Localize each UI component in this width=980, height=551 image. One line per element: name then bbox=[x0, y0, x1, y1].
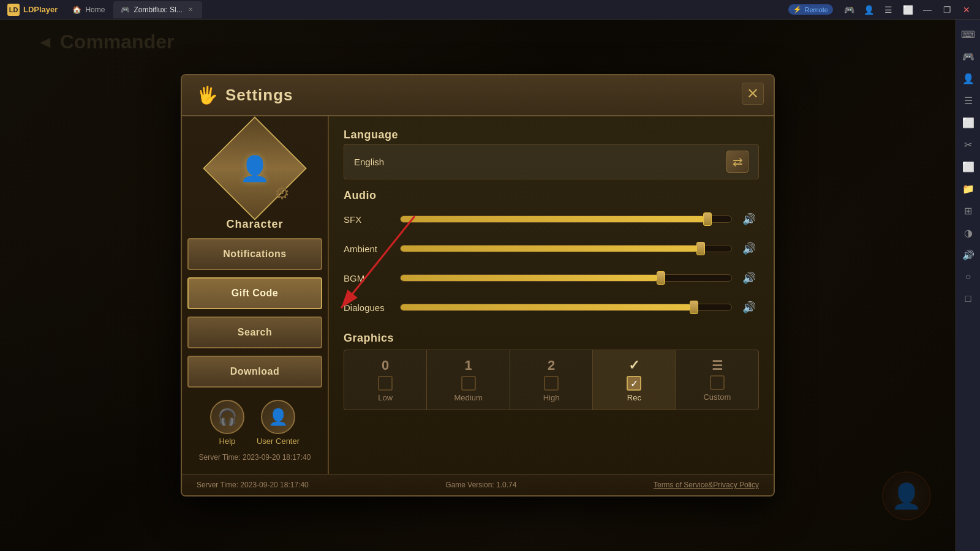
sidebar-shake-btn[interactable]: ◑ bbox=[959, 223, 978, 242]
sidebar-screenshot-btn[interactable]: ✂ bbox=[959, 135, 978, 154]
tab-home[interactable]: 🏠 Home bbox=[65, 1, 112, 18]
dialogues-label: Dialogues bbox=[344, 302, 393, 313]
character-avatar: 👤 ⚙ bbox=[215, 129, 295, 208]
nav-notifications-button[interactable]: Notifications bbox=[187, 238, 322, 270]
audio-section: Audio SFX 🔊 Ambi bbox=[344, 189, 759, 322]
dialogues-slider-thumb[interactable] bbox=[690, 301, 698, 314]
topbar: LD LDPlayer 🏠 Home 🎮 Zombiflux: Sl... ✕ … bbox=[0, 0, 980, 20]
quality-high-num: 2 bbox=[548, 358, 555, 373]
dialog-title: Settings bbox=[225, 86, 293, 105]
language-toggle-button[interactable]: ⇄ bbox=[726, 151, 748, 173]
bgm-slider-track bbox=[400, 274, 732, 282]
sidebar-circle-btn[interactable]: ○ bbox=[959, 267, 978, 287]
sfx-slider-row: SFX 🔊 bbox=[344, 204, 759, 234]
quality-custom-label: Custom bbox=[703, 392, 731, 402]
quality-low[interactable]: 0 Low bbox=[344, 350, 427, 410]
settings-dialog: 🖐 Settings ✕ 👤 ⚙ Character Notific bbox=[181, 74, 775, 497]
windowed-btn[interactable]: ⬜ bbox=[899, 2, 916, 17]
dialog-header: 🖐 Settings ✕ bbox=[182, 75, 774, 116]
bgm-slider-track-container[interactable] bbox=[400, 272, 732, 284]
language-section: Language English ⇄ bbox=[344, 129, 759, 179]
quality-high-check bbox=[544, 376, 559, 391]
bgm-slider-fill bbox=[401, 275, 658, 281]
dialog-body: 👤 ⚙ Character Notifications Gift Code Se… bbox=[182, 116, 774, 474]
dialog-close-button[interactable]: ✕ bbox=[742, 83, 764, 105]
dialogues-slider-track-container[interactable] bbox=[400, 301, 732, 313]
controller-btn[interactable]: 🎮 bbox=[840, 2, 858, 17]
quality-medium-label: Medium bbox=[454, 393, 482, 402]
dialogues-slider-row: Dialogues 🔊 bbox=[344, 293, 759, 322]
quality-rec[interactable]: ✓ ✓ Rec bbox=[593, 350, 676, 410]
user-center-button[interactable]: 👤 User Center bbox=[257, 400, 300, 446]
dialogues-slider-track bbox=[400, 304, 732, 311]
quality-medium[interactable]: 1 Medium bbox=[427, 350, 510, 410]
sidebar-volume-btn[interactable]: 🔊 bbox=[959, 245, 978, 264]
quality-low-label: Low bbox=[378, 393, 393, 402]
ambient-slider-thumb[interactable] bbox=[696, 242, 705, 255]
sidebar-user-btn[interactable]: 👤 bbox=[959, 69, 978, 88]
sfx-slider-thumb[interactable] bbox=[703, 212, 712, 226]
dialogues-slider-fill bbox=[401, 304, 692, 310]
remote-badge[interactable]: ⚡ Remote bbox=[788, 4, 833, 15]
server-time-footer: Server Time: 2023-09-20 18:17:40 bbox=[197, 481, 309, 489]
sidebar-menu-btn[interactable]: ☰ bbox=[959, 91, 978, 110]
quality-high[interactable]: 2 High bbox=[510, 350, 593, 410]
sfx-slider-track-container[interactable] bbox=[400, 213, 732, 225]
sidebar-window-btn[interactable]: ⬜ bbox=[959, 113, 978, 132]
terms-link[interactable]: Terms of Service&Privacy Policy bbox=[654, 481, 759, 489]
avatar-figure: 👤 bbox=[233, 147, 276, 190]
dialogues-mute-button[interactable]: 🔊 bbox=[739, 298, 759, 317]
sidebar-record-btn[interactable]: ⬜ bbox=[959, 157, 978, 176]
sfx-mute-button[interactable]: 🔊 bbox=[739, 209, 759, 229]
right-sidebar: ⌨ 🎮 👤 ☰ ⬜ ✂ ⬜ 📁 ⊞ ◑ 🔊 ○ □ bbox=[956, 20, 980, 551]
home-icon: 🏠 bbox=[72, 6, 81, 14]
quality-low-check bbox=[378, 376, 393, 391]
graphics-title: Graphics bbox=[344, 332, 759, 345]
menu-btn[interactable]: ☰ bbox=[880, 2, 897, 17]
tab-game[interactable]: 🎮 Zombiflux: Sl... ✕ bbox=[113, 1, 202, 18]
sidebar-keyboard-btn[interactable]: ⌨ bbox=[959, 24, 978, 44]
quality-custom-check bbox=[710, 375, 725, 390]
nav-search-button[interactable]: Search bbox=[187, 317, 322, 348]
user-btn[interactable]: 👤 bbox=[860, 2, 877, 17]
quality-rec-check: ✓ bbox=[627, 376, 641, 391]
quality-custom[interactable]: ☰ Custom bbox=[676, 351, 758, 409]
help-button[interactable]: 🎧 Help bbox=[210, 400, 244, 446]
user-center-icon-circle: 👤 bbox=[261, 400, 295, 434]
graphics-quality-row: 0 Low 1 Medium 2 High bbox=[344, 350, 759, 410]
settings-header-icon: 🖐 bbox=[197, 85, 218, 105]
ld-logo-icon: LD bbox=[7, 4, 20, 16]
dialog-footer: Server Time: 2023-09-20 18:17:40 Game Ve… bbox=[182, 474, 774, 495]
quality-rec-label: Rec bbox=[627, 393, 641, 402]
quality-medium-num: 1 bbox=[464, 358, 472, 373]
sidebar-square-btn[interactable]: □ bbox=[959, 289, 978, 309]
ambient-slider-track-container[interactable] bbox=[400, 242, 732, 255]
app-name: LDPlayer bbox=[23, 5, 58, 14]
tab-close-btn[interactable]: ✕ bbox=[186, 6, 195, 14]
sidebar-folder-btn[interactable]: 📁 bbox=[959, 179, 978, 198]
game-icon: 🎮 bbox=[121, 6, 130, 14]
language-title: Language bbox=[344, 129, 759, 141]
avatar-silhouette-icon: 👤 bbox=[239, 154, 270, 183]
bgm-mute-button[interactable]: 🔊 bbox=[739, 268, 759, 288]
server-time: Server Time: 2023-09-20 18:17:40 bbox=[199, 453, 311, 462]
bgm-slider-thumb[interactable] bbox=[657, 271, 665, 285]
restore-btn[interactable]: ❐ bbox=[938, 2, 956, 17]
quality-low-num: 0 bbox=[382, 358, 389, 373]
nav-download-button[interactable]: Download bbox=[187, 356, 322, 388]
minimize-btn[interactable]: — bbox=[919, 2, 936, 17]
quality-custom-num: ☰ bbox=[712, 358, 723, 373]
bgm-slider-row: BGM 🔊 bbox=[344, 263, 759, 293]
modal-overlay: 🖐 Settings ✕ 👤 ⚙ Character Notific bbox=[0, 20, 956, 551]
ambient-label: Ambient bbox=[344, 244, 393, 254]
graphics-section: Graphics 0 Low 1 Medium bbox=[344, 332, 759, 410]
close-btn[interactable]: ✕ bbox=[958, 2, 975, 17]
nav-giftcode-button[interactable]: Gift Code bbox=[187, 277, 322, 309]
ambient-mute-button[interactable]: 🔊 bbox=[739, 239, 759, 258]
language-toggle-icon: ⇄ bbox=[733, 154, 743, 169]
help-label: Help bbox=[219, 437, 236, 446]
sidebar-controller-btn[interactable]: 🎮 bbox=[959, 47, 978, 66]
help-icon-circle: 🎧 bbox=[210, 400, 244, 434]
sidebar-grid-btn[interactable]: ⊞ bbox=[959, 201, 978, 220]
ambient-slider-fill bbox=[401, 246, 698, 252]
